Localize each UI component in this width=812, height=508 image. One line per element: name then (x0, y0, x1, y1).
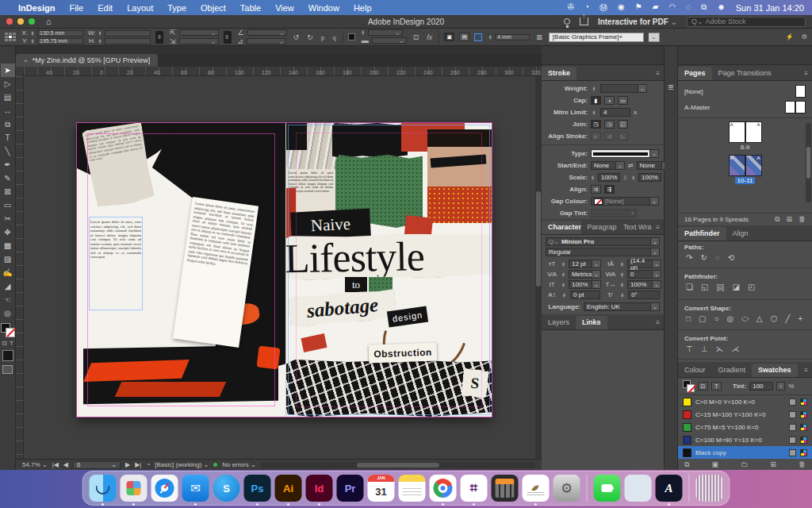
wrap-bounding-icon[interactable]: ▤ (459, 33, 469, 41)
zoom-level-dropdown[interactable]: 54.7% ⌄ (22, 461, 48, 468)
master-row[interactable]: A-Master (678, 99, 812, 115)
finder-icon[interactable] (90, 475, 117, 502)
flip-horizontal-icon[interactable]: p (320, 33, 327, 41)
kerning-field[interactable]: Metrics (569, 270, 592, 279)
dock-safari[interactable] (151, 475, 178, 502)
corner-options-icon[interactable]: ⊡ (412, 33, 421, 41)
swatch-footer-icon-3[interactable]: ⊞ (770, 460, 776, 469)
type-chevron[interactable]: ⌄ (650, 149, 659, 158)
tab-page-transitions[interactable]: Page Transitions (712, 67, 778, 80)
butt-cap-icon[interactable]: ▮ (591, 96, 601, 105)
lifestyle-headline[interactable]: Lifestyle (285, 233, 492, 281)
master-thumb[interactable] (795, 85, 806, 98)
constrain-scale-icon[interactable]: ∞ (224, 31, 232, 44)
master-thumb[interactable] (785, 101, 806, 114)
obstruction-label[interactable]: Obstruction (369, 343, 438, 364)
align-inside-icon[interactable]: ⊿ (604, 132, 615, 140)
rect-icon[interactable]: □ (686, 314, 691, 324)
ruler-origin[interactable] (16, 67, 24, 76)
container-format-icon[interactable]: ⊡ (698, 382, 708, 391)
tab-pages[interactable]: Pages (678, 67, 712, 80)
chrome-icon[interactable] (430, 475, 457, 502)
align-center-icon[interactable]: ⊾ (591, 132, 601, 140)
menu-file[interactable]: File (62, 3, 90, 13)
cc-libraries-icon[interactable]: ≣ (668, 83, 674, 91)
wrap-none-icon[interactable]: ▣ (444, 33, 454, 41)
share-icon[interactable] (580, 17, 588, 25)
scale-end-field[interactable]: 100% (638, 173, 661, 182)
eyedropper-tool[interactable]: ◢ (1, 279, 15, 293)
ellipse-icon[interactable]: ○ (714, 314, 719, 324)
tab-paragraph[interactable]: Paragrap (581, 221, 618, 234)
swatch-footer-icon-1[interactable]: ▣ (712, 460, 719, 469)
scale-start-field[interactable]: 100% (598, 173, 620, 182)
scale-link-icon[interactable]: ∞ (622, 175, 630, 180)
spread-item[interactable]: AA8-9 (678, 121, 812, 151)
hand-tool[interactable]: ☜ (1, 293, 15, 306)
sabotage-label[interactable]: sabotage (289, 288, 397, 328)
open-path-icon[interactable]: ↻ (700, 253, 707, 262)
frame-tool[interactable]: ⊠ (1, 185, 15, 198)
gap-colour-dropdown[interactable]: [None] (591, 197, 650, 206)
safari-icon[interactable] (151, 475, 178, 502)
premiere-icon[interactable]: Pr (337, 475, 364, 502)
dock-photoshop[interactable]: Ps (244, 475, 271, 502)
tab-gradient[interactable]: Gradient (712, 364, 753, 377)
page-number-field[interactable]: 6⌄ (73, 461, 121, 469)
m-app-icon[interactable]: Ⓜ (599, 2, 607, 13)
panel-menu-icon[interactable]: ≡ (800, 367, 812, 377)
gap-tint-field[interactable]: › (591, 209, 637, 217)
swatch-row[interactable]: C=15 M=100 Y=100 K=0 (678, 408, 812, 421)
preflight-profile-dropdown[interactable]: [Basic] (working) ⌄ (155, 461, 209, 468)
panel-menu-icon[interactable]: ≡ (652, 319, 664, 329)
dock-slack[interactable]: ⌗ (461, 475, 488, 502)
close-path-icon[interactable]: ◌ (715, 253, 720, 262)
align-outside-icon[interactable]: ◺ (618, 132, 628, 140)
dock-finder[interactable] (90, 475, 117, 502)
vertical-scale-field[interactable]: 100% (569, 280, 592, 289)
dock-acrobat[interactable]: A (656, 475, 683, 502)
horizontal-scale-field[interactable]: 100% (627, 280, 653, 289)
menu-type[interactable]: Type (160, 3, 193, 13)
subtract-icon[interactable]: ◱ (701, 283, 708, 294)
page-tool[interactable]: ▤ (1, 90, 15, 104)
round-cap-icon[interactable]: ◖ (604, 96, 615, 105)
type-tool[interactable]: T (1, 131, 15, 144)
line-icon[interactable]: ╱ (785, 314, 790, 324)
document-tab[interactable]: × *My Zine.indd @ 55% [GPU Preview] (16, 54, 158, 67)
selection-tool[interactable]: ➤ (1, 64, 15, 77)
weight-stepper[interactable]: ▲▼ (591, 87, 597, 91)
fill-stroke-proxy-small[interactable] (683, 380, 695, 392)
wifi-icon[interactable]: ◠ (668, 2, 676, 13)
dock-notes[interactable] (399, 475, 426, 502)
calendar-icon[interactable]: JAN31 (368, 475, 395, 502)
rounded-rect-icon[interactable]: ▢ (699, 314, 706, 324)
spread-item[interactable]: AA10-11 (678, 155, 812, 184)
spread-label[interactable]: 8-9 (741, 144, 750, 151)
scale-y-dropdown[interactable]: ⌄ (179, 38, 219, 44)
tab-pathfinder[interactable]: Pathfinder (678, 227, 726, 241)
align-arrow1-icon[interactable]: ⇉ (591, 185, 601, 194)
screen-mode-button[interactable] (2, 365, 13, 374)
minus-back-icon[interactable]: ◰ (748, 283, 755, 294)
tab-text-wrap[interactable]: Text Wra (617, 221, 652, 234)
formatting-container-icon[interactable]: ⊡ (2, 340, 7, 347)
vertical-ruler[interactable] (16, 76, 24, 459)
preflight-status-dropdown[interactable]: No errors ⌄ (222, 461, 255, 468)
pen-tool[interactable]: ✒ (1, 158, 15, 171)
baseline-shift-field[interactable]: 0 pt (570, 291, 600, 299)
s-label[interactable]: S (461, 368, 489, 398)
dock-facetime[interactable] (594, 475, 621, 502)
end-dropdown[interactable]: None (637, 161, 662, 170)
join-path-icon[interactable]: ↷ (686, 253, 692, 262)
tracking-field[interactable]: 0 (627, 270, 653, 279)
stroke-type-preview[interactable] (591, 149, 650, 158)
menu-object[interactable]: Object (193, 3, 233, 13)
object-style-dropdown[interactable]: [Basic Graphics Frame]+ (549, 33, 644, 42)
y-position-field[interactable]: 195.75 mm (37, 38, 83, 44)
tab-links[interactable]: Links (576, 316, 607, 329)
plain-point-icon[interactable]: ⊤ (686, 344, 693, 353)
bevel-join-icon[interactable]: ◱ (618, 120, 628, 129)
launchpad-icon[interactable] (121, 475, 147, 502)
close-window-button[interactable] (6, 18, 13, 25)
